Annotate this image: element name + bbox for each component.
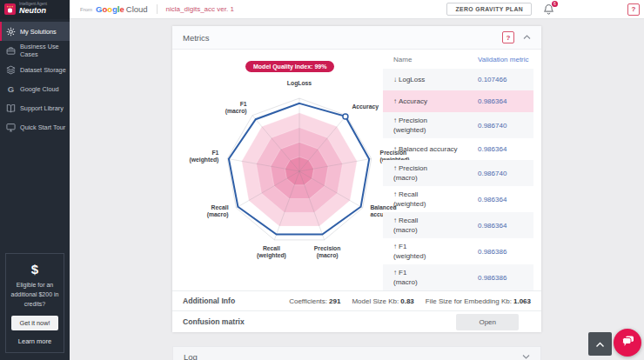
metric-name: ↑F1(macro) <box>393 268 478 287</box>
metrics-table-body: ↓LogLoss0.107466↑Accuracy0.986364↑Precis… <box>383 69 533 290</box>
chevron-up-icon <box>595 337 605 350</box>
svg-text:F1(weighted): F1(weighted) <box>189 150 218 163</box>
sidebar-item-google-cloud[interactable]: GGoogle Cloud <box>0 79 70 98</box>
sidebar-item-quick-start-tour[interactable]: Quick Start Tour <box>0 117 70 137</box>
additional-info-title: Additional Info <box>183 297 235 305</box>
table-row[interactable]: ↑Precision(weighted)0.986740 <box>383 112 533 138</box>
google-cloud-logo: GoogleCloud <box>96 4 148 14</box>
metric-value: 0.986364 <box>478 196 533 203</box>
additional-info-stats: Coefficients:291Model Size Kb:0.83File S… <box>289 297 531 305</box>
svg-text:Precision(macro): Precision(macro) <box>314 245 341 259</box>
additional-info-row: Additional Info Coefficients:291Model Si… <box>172 290 541 310</box>
promo-text: Eligible for an additional $200 in credi… <box>10 281 59 310</box>
get-it-now-button[interactable]: Get it now! <box>11 316 59 330</box>
logo-name: Neuton <box>19 7 47 16</box>
confusion-matrix-open-button[interactable]: Open <box>456 314 519 330</box>
metrics-table: Name Validation metric ↓LogLoss0.107466↑… <box>383 50 533 290</box>
learn-more-link[interactable]: Learn more <box>10 337 59 345</box>
arrow-up-icon: ↑ <box>393 164 397 172</box>
table-row[interactable]: ↓LogLoss0.107466 <box>383 69 533 90</box>
metric-name: ↑Balanced accuracy <box>393 144 478 154</box>
metrics-panel-header[interactable]: Metrics ? <box>172 26 541 50</box>
scroll-to-top-button[interactable] <box>588 332 612 356</box>
column-header-validation-metric[interactable]: Validation metric <box>478 56 533 63</box>
radar-chart: LogLossAccuracyPrecision(weighted)Balanc… <box>172 76 383 260</box>
arrow-up-icon: ↑ <box>393 269 397 277</box>
table-row[interactable]: ↑Precision(macro)0.986740 <box>383 160 533 186</box>
table-row[interactable]: ↑Recall(macro)0.986364 <box>383 212 533 238</box>
metric-value: 0.107466 <box>478 76 533 83</box>
app-logo[interactable]: Intelligent Agent Neuton <box>0 0 70 19</box>
metrics-title: Metrics <box>183 33 210 43</box>
chat-bubble-icon <box>621 334 635 351</box>
sidebar-item-dataset-storage[interactable]: Dataset Storage <box>0 60 70 79</box>
sidebar-item-my-solutions[interactable]: My Solutions <box>0 22 70 41</box>
from-label: From <box>80 7 92 12</box>
info-stat: File Size for Embedding Kb:1.063 <box>426 297 531 305</box>
sidebar-item-label: Business Use Cases <box>20 43 70 58</box>
metric-name: ↓LogLoss <box>393 75 478 84</box>
svg-text:F1(macro): F1(macro) <box>225 101 247 115</box>
arrow-up-icon: ↑ <box>393 97 397 105</box>
metrics-help-button[interactable]: ? <box>502 31 514 43</box>
metric-value: 0.986740 <box>478 122 533 130</box>
notification-badge: 6 <box>552 1 558 7</box>
metric-value: 0.986386 <box>478 248 533 256</box>
log-expand-chevron-icon[interactable] <box>522 354 530 359</box>
collapse-chevron-icon[interactable] <box>523 35 531 40</box>
credits-promo: $ Eligible for an additional $200 in cre… <box>5 253 64 353</box>
sidebar-item-business-use-cases[interactable]: Business Use Cases <box>0 41 70 60</box>
project-name[interactable]: nicla_digits_acc ver. 1 <box>166 5 234 13</box>
stat-value: 0.83 <box>400 297 414 305</box>
table-row[interactable]: ↑F1(weighted)0.986386 <box>383 238 533 264</box>
layers-icon <box>6 65 16 75</box>
sidebar-item-support-library[interactable]: Support Library <box>0 98 70 117</box>
svg-text:G: G <box>8 84 14 94</box>
neuton-logo-icon <box>4 3 16 15</box>
arrow-down-icon: ↓ <box>393 76 397 83</box>
table-row[interactable]: ↑Recall(weighted)0.986364 <box>383 186 533 212</box>
tour-icon <box>6 123 16 132</box>
confusion-matrix-row: Confusion matrix Open <box>172 310 541 332</box>
sidebar-item-label: Google Cloud <box>20 85 59 93</box>
stat-value: 291 <box>329 297 340 305</box>
metric-value: 0.986364 <box>478 145 533 153</box>
log-title: Log <box>184 352 198 360</box>
arrow-up-icon: ↑ <box>393 145 397 153</box>
svg-text:Accuracy: Accuracy <box>352 103 379 110</box>
zero-gravity-plan-button[interactable]: ZERO GRAVITY PLAN <box>446 3 532 16</box>
header-divider <box>157 4 158 14</box>
info-stat: Model Size Kb:0.83 <box>352 297 413 305</box>
metric-value: 0.986386 <box>478 274 533 282</box>
metrics-panel: Metrics ? Model Quality Index: 99% LogLo… <box>172 26 541 332</box>
notifications-button[interactable]: 6 <box>543 3 554 16</box>
log-section-header[interactable]: Log <box>172 346 541 360</box>
metrics-panel-body: Model Quality Index: 99% LogLossAccuracy… <box>172 50 541 290</box>
arrow-up-icon: ↑ <box>393 243 397 250</box>
stat-label: Model Size Kb: <box>352 297 399 305</box>
table-row[interactable]: ↑Balanced accuracy0.986364 <box>383 138 533 160</box>
header-actions: ZERO GRAVITY PLAN 6 ? <box>446 3 644 16</box>
table-row[interactable]: ↑F1(macro)0.986386 <box>383 264 533 290</box>
chat-widget-button[interactable] <box>614 329 641 357</box>
briefcase-icon <box>6 46 16 56</box>
gear-icon <box>6 27 16 37</box>
confusion-matrix-title: Confusion matrix <box>183 317 245 326</box>
sidebar-item-label: Dataset Storage <box>20 66 66 74</box>
header-help-button[interactable]: ? <box>627 3 640 16</box>
column-header-name: Name <box>393 56 478 63</box>
sidebar-item-label: My Solutions <box>20 28 57 36</box>
radar-chart-section: Model Quality Index: 99% LogLossAccuracy… <box>172 50 383 260</box>
metric-name: ↑Accuracy <box>393 97 478 106</box>
table-row[interactable]: ↑Accuracy0.986364 <box>383 90 533 112</box>
content-area: Metrics ? Model Quality Index: 99% LogLo… <box>70 19 644 360</box>
stat-value: 1.063 <box>513 297 531 305</box>
metrics-table-header: Name Validation metric <box>383 50 533 69</box>
sidebar: My SolutionsBusiness Use CasesDataset St… <box>0 19 70 360</box>
stat-label: Coefficients: <box>289 297 327 305</box>
metric-name: ↑Recall(macro) <box>393 216 478 235</box>
top-header: Intelligent Agent Neuton From GoogleClou… <box>0 0 644 19</box>
arrow-up-icon: ↑ <box>393 190 397 198</box>
info-stat: Coefficients:291 <box>289 297 340 305</box>
dollar-icon: $ <box>10 262 59 277</box>
